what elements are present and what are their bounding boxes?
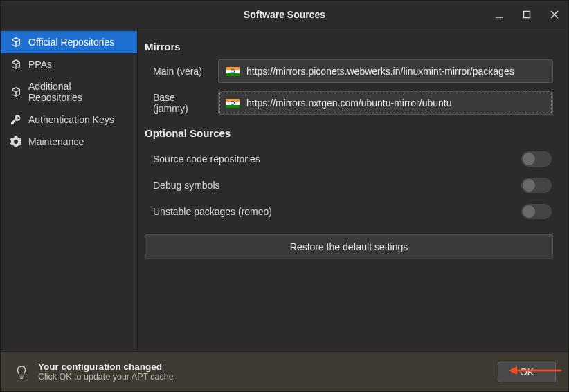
gear-icon [10,136,21,147]
sidebar-item-label: Authentication Keys [28,114,114,125]
sidebar-item-additional-repositories[interactable]: Additional Repositories [1,75,137,109]
sidebar: Official Repositories PPAs Additional Re… [1,28,138,353]
sidebar-item-official-repositories[interactable]: Official Repositories [1,31,137,53]
key-icon [10,114,21,125]
sidebar-item-label: Additional Repositories [28,81,127,103]
mirrors-heading: Mirrors [145,41,553,53]
bottombar: Your configuration changed Click OK to u… [1,351,568,391]
cube-icon [10,86,21,97]
mirror-url-main: https://mirrors.piconets.webwerks.in/lin… [246,66,514,77]
option-row-unstable: Unstable packages (romeo) [145,198,553,225]
option-label: Source code repositories [153,153,260,165]
mirror-label-base: Base (jammy) [145,92,208,114]
sidebar-item-label: PPAs [28,59,52,70]
mirror-row-main: Main (vera) https://mirrors.piconets.web… [145,59,553,83]
sidebar-item-label: Official Repositories [28,37,114,48]
cube-icon [10,59,21,70]
ok-button[interactable]: OK [498,362,556,382]
window-title: Software Sources [244,9,325,20]
sidebar-item-ppas[interactable]: PPAs [1,53,137,75]
content: Mirrors Main (vera) https://mirrors.pico… [138,28,568,353]
option-label: Debug symbols [153,180,220,191]
sidebar-item-maintenance[interactable]: Maintenance [1,131,137,153]
restore-defaults-label: Restore the default settings [290,241,408,252]
mirror-field-main[interactable]: https://mirrors.piconets.webwerks.in/lin… [218,59,553,83]
cube-icon [10,37,21,48]
restore-defaults-button[interactable]: Restore the default settings [145,234,553,259]
close-button[interactable] [541,1,568,28]
hint-text: Your configuration changed Click OK to u… [38,362,174,382]
window-controls [485,1,568,28]
mirror-field-base[interactable]: https://mirrors.nxtgen.com/ubuntu-mirror… [218,91,553,115]
hint-line1: Your configuration changed [38,362,174,372]
maximize-button[interactable] [513,1,541,28]
toggle-debug-symbols[interactable] [521,178,552,193]
sidebar-item-authentication-keys[interactable]: Authentication Keys [1,109,137,131]
option-label: Unstable packages (romeo) [153,206,272,217]
main: Official Repositories PPAs Additional Re… [1,28,568,353]
option-row-source-code: Source code repositories [145,146,553,172]
ok-label: OK [520,366,534,377]
hint-line2: Click OK to update your APT cache [38,372,174,382]
minimize-button[interactable] [485,1,513,28]
titlebar: Software Sources [1,1,568,28]
optional-sources-heading: Optional Sources [145,127,553,139]
option-row-debug-symbols: Debug symbols [145,172,553,198]
toggle-unstable[interactable] [521,204,552,219]
india-flag-icon [226,99,240,108]
mirror-row-base: Base (jammy) https://mirrors.nxtgen.com/… [145,91,553,115]
india-flag-icon [226,67,240,76]
toggle-source-code[interactable] [521,151,552,167]
mirror-url-base: https://mirrors.nxtgen.com/ubuntu-mirror… [246,97,451,109]
mirror-label-main: Main (vera) [145,66,208,77]
svg-rect-1 [524,12,530,18]
lightbulb-icon [13,364,30,380]
sidebar-item-label: Maintenance [28,136,84,147]
